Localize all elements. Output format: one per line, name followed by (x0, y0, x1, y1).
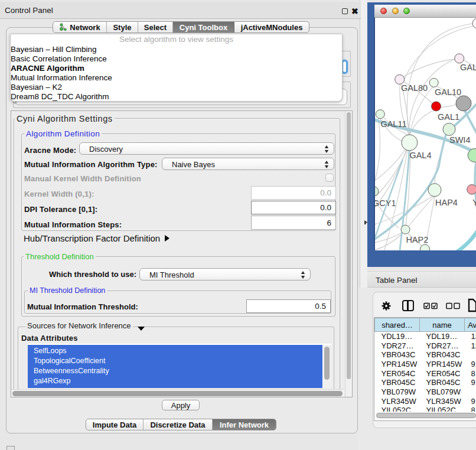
svg-text:HAP2: HAP2 (406, 235, 428, 244)
svg-text:HAP4: HAP4 (435, 198, 458, 207)
svg-text:GAL11: GAL11 (380, 119, 406, 129)
svg-text:GAL7: GAL7 (460, 63, 476, 72)
svg-text:SWI4: SWI4 (449, 135, 470, 145)
svg-text:GAL10: GAL10 (435, 87, 461, 97)
svg-text:YER: YER (472, 198, 476, 207)
svg-text:GCY1: GCY1 (375, 198, 396, 208)
svg-text:GAL4: GAL4 (409, 151, 431, 160)
svg-text:GAL80: GAL80 (401, 83, 428, 93)
svg-text:GAL1: GAL1 (438, 112, 459, 122)
